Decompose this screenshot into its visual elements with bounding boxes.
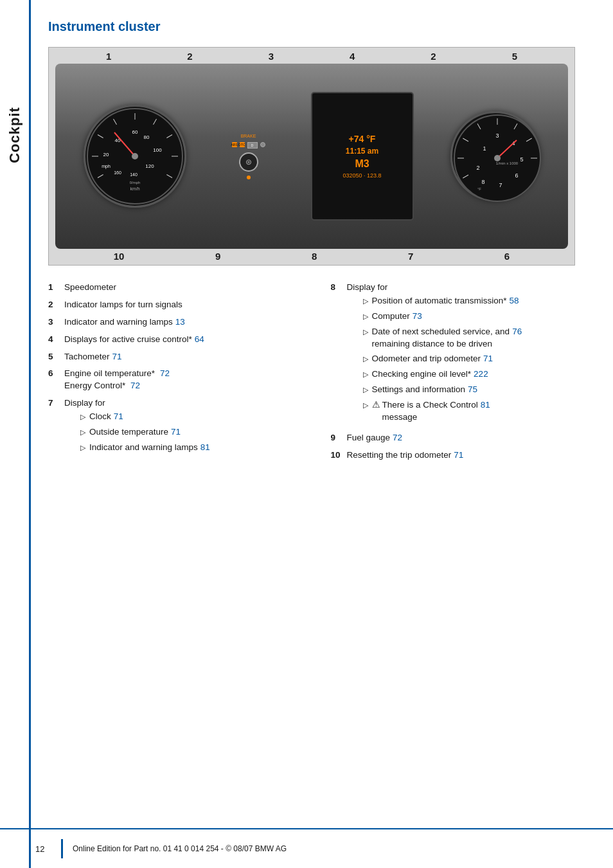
svg-text:6: 6 xyxy=(515,172,518,179)
svg-text:0/mph: 0/mph xyxy=(129,181,140,185)
item-number-4: 4 xyxy=(48,334,61,346)
subitem-link-8-3[interactable]: 76 xyxy=(512,326,522,338)
item-number-3: 3 xyxy=(48,316,61,329)
item-text-3: Indicator and warning lamps xyxy=(64,316,173,329)
subitem-7-1: ▷ Clock 71 xyxy=(80,411,210,423)
svg-text:2: 2 xyxy=(476,165,479,171)
subitem-8-7: ▷ ⚠ There is a Check Controlmessage 81 xyxy=(363,399,522,424)
item-5: 5 Tachometer 71 xyxy=(48,351,312,363)
label-6: 6 xyxy=(504,251,510,262)
arrow-icon-7-2: ▷ xyxy=(80,428,85,437)
item-2: 2 Indicator lamps for turn signals xyxy=(48,299,312,311)
item-link-10[interactable]: 71 xyxy=(454,449,463,462)
subitem-7-2: ▷ Outside temperature 71 xyxy=(80,426,210,439)
item-number-7: 7 xyxy=(48,397,61,410)
item-9: 9 Fuel gauge 72 xyxy=(331,432,594,444)
items-col-right: 8 Display for ▷ Position of automatic tr… xyxy=(331,282,594,467)
cluster-bg: 60 40 20 80 100 120 140 160 mph km/h 0/m… xyxy=(55,64,568,249)
subitem-link-8-5[interactable]: 222 xyxy=(474,368,488,381)
arrow-icon-8-7: ▷ xyxy=(363,401,368,410)
item-text-5: Tachometer xyxy=(64,351,110,363)
item-link-6b[interactable]: 72 xyxy=(130,381,140,390)
item-10: 10 Resetting the trip odometer 71 xyxy=(331,449,594,462)
item-link-3[interactable]: 13 xyxy=(175,316,185,329)
item-text-6b: Energy Control* xyxy=(64,381,125,390)
main-content: Instrument cluster 1 2 3 4 2 5 xyxy=(35,0,613,486)
item-7: 7 Display for ▷ Clock 71 ▷ Outside tempe… xyxy=(48,397,312,457)
svg-text:120: 120 xyxy=(145,163,154,169)
subitem-link-7-1[interactable]: 71 xyxy=(114,411,123,423)
svg-text:km/h: km/h xyxy=(130,186,139,191)
label-8: 8 xyxy=(312,251,317,262)
tachometer-gauge: 3 4 5 6 7 8 2 1 1/min x 1000 °F xyxy=(450,111,540,201)
subitem-text-8-6: Settings and information xyxy=(372,384,466,396)
svg-text:140: 140 xyxy=(130,172,138,177)
svg-text:100: 100 xyxy=(153,147,162,153)
item-1: 1 Speedometer xyxy=(48,282,312,294)
svg-point-20 xyxy=(132,153,138,159)
subitem-link-8-2[interactable]: 73 xyxy=(413,311,422,323)
svg-point-42 xyxy=(494,155,501,161)
arrow-icon-8-6: ▷ xyxy=(363,385,368,395)
cluster-labels-bottom: 10 9 8 7 6 xyxy=(49,251,574,262)
item-text-9: Fuel gauge xyxy=(347,432,391,444)
sidebar: Cockpit xyxy=(0,39,29,231)
item-number-10: 10 xyxy=(331,449,344,462)
svg-text:160: 160 xyxy=(114,170,121,175)
item-text-1: Speedometer xyxy=(64,282,116,294)
subitem-text-8-4: Odometer and trip odometer xyxy=(372,353,481,365)
item-text-4: Displays for active cruise control* xyxy=(64,334,192,346)
svg-text:3: 3 xyxy=(495,132,499,139)
subitem-link-8-6[interactable]: 75 xyxy=(468,384,477,396)
label-2a: 2 xyxy=(187,51,192,62)
subitem-link-8-1[interactable]: 58 xyxy=(510,295,519,307)
arrow-icon-7-3: ▷ xyxy=(80,443,85,453)
subitem-text-7-1: Clock xyxy=(89,411,111,423)
label-7: 7 xyxy=(408,251,413,262)
label-1: 1 xyxy=(106,51,111,62)
svg-text:60: 60 xyxy=(132,129,138,135)
item-number-1: 1 xyxy=(48,282,61,294)
item-text-6a: Engine oil temperature* xyxy=(64,368,155,378)
subitem-8-4: ▷ Odometer and trip odometer 71 xyxy=(363,353,522,365)
subitem-8-6: ▷ Settings and information 75 xyxy=(363,384,522,396)
subitem-link-7-3[interactable]: 81 xyxy=(200,442,210,454)
item-text-8: Display for xyxy=(347,282,522,294)
svg-text:80: 80 xyxy=(143,134,149,140)
subitem-7-3: ▷ Indicator and warning lamps 81 xyxy=(80,442,210,454)
item-3: 3 Indicator and warning lamps 13 xyxy=(48,316,312,329)
subitem-8-3: ▷ Date of next scheduled service, andrem… xyxy=(363,326,522,350)
item-number-8: 8 xyxy=(331,282,344,294)
arrow-icon-8-2: ▷ xyxy=(363,312,368,321)
item-link-9[interactable]: 72 xyxy=(393,432,402,444)
item-link-6a[interactable]: 72 xyxy=(160,368,170,378)
label-4: 4 xyxy=(350,51,355,62)
subitem-text-8-2: Computer xyxy=(372,311,410,323)
item-6: 6 Engine oil temperature* 72 Energy Cont… xyxy=(48,368,312,392)
arrow-icon-7-1: ▷ xyxy=(80,412,85,422)
center-display: +74 °F 11:15 am M3 032050 · 123.8 xyxy=(311,92,414,221)
svg-text:1/min x 1000: 1/min x 1000 xyxy=(495,161,518,165)
arrow-icon-8-5: ▷ xyxy=(363,370,368,379)
item-text-2: Indicator lamps for turn signals xyxy=(64,299,182,311)
cluster-image: 1 2 3 4 2 5 xyxy=(48,47,575,266)
subitem-link-8-4[interactable]: 71 xyxy=(483,353,493,365)
indicator-lamps-area: BRAKE ABS DTC D ⊛ xyxy=(223,134,274,179)
arrow-icon-8-4: ▷ xyxy=(363,354,368,364)
speedometer-svg: 60 40 20 80 100 120 140 160 mph km/h 0/m… xyxy=(85,107,184,206)
subitem-link-7-2[interactable]: 71 xyxy=(171,426,181,439)
display-model: M3 xyxy=(355,158,369,170)
svg-text:5: 5 xyxy=(520,156,523,163)
footer-border-bar xyxy=(61,839,63,858)
subitem-8-2: ▷ Computer 73 xyxy=(363,311,522,323)
subitem-link-8-7[interactable]: 81 xyxy=(481,399,490,411)
svg-text:20: 20 xyxy=(103,152,109,158)
svg-text:1: 1 xyxy=(483,145,486,152)
item-link-5[interactable]: 71 xyxy=(112,351,122,363)
tachometer-svg: 3 4 5 6 7 8 2 1 1/min x 1000 °F xyxy=(452,113,542,203)
label-3: 3 xyxy=(269,51,274,62)
label-9: 9 xyxy=(215,251,220,262)
display-temperature: +74 °F xyxy=(349,134,376,144)
item-link-4[interactable]: 64 xyxy=(195,334,204,346)
item-number-5: 5 xyxy=(48,351,61,363)
